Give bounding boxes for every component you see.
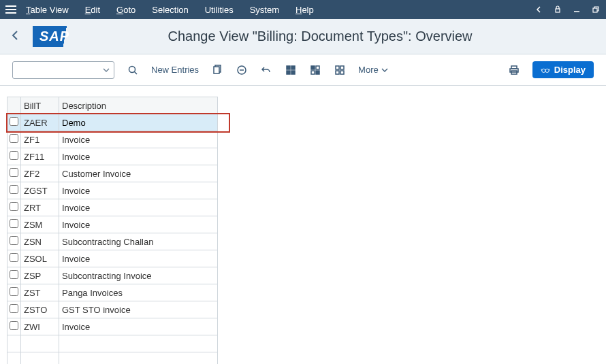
row-checkbox[interactable]	[10, 321, 18, 330]
command-field[interactable]	[12, 61, 114, 79]
row-select[interactable]	[7, 114, 21, 131]
deselect-all-icon[interactable]	[334, 64, 346, 76]
menu-table-view[interactable]: Table View	[26, 5, 69, 15]
description-input[interactable]	[62, 114, 214, 131]
row-checkbox[interactable]	[10, 202, 18, 211]
cell-billt[interactable]: ZF11	[21, 148, 59, 165]
menu-selection[interactable]: Selection	[152, 5, 188, 15]
undo-icon[interactable]	[260, 64, 272, 76]
svg-rect-15	[336, 71, 339, 74]
cell-description[interactable]	[59, 114, 218, 131]
row-checkbox[interactable]	[10, 253, 18, 262]
row-select[interactable]	[7, 335, 21, 352]
cell-billt[interactable]	[21, 352, 59, 365]
col-billt[interactable]: BillT	[21, 97, 59, 114]
table-row: ZSNSubcontracting Challan	[7, 233, 218, 250]
col-select[interactable]	[7, 97, 21, 114]
row-select[interactable]	[7, 233, 21, 250]
display-button[interactable]: Display	[532, 61, 594, 78]
row-checkbox[interactable]	[10, 168, 18, 177]
row-checkbox[interactable]	[10, 117, 18, 126]
cell-description[interactable]	[59, 335, 218, 352]
table-row: ZWIInvoice	[7, 318, 218, 335]
cell-billt[interactable]: ZAER	[21, 114, 59, 131]
cell-billt[interactable]: ZRT	[21, 199, 59, 216]
table-row: ZSOLInvoice	[7, 250, 218, 267]
cell-billt[interactable]: ZSM	[21, 216, 59, 233]
cell-billt[interactable]: ZSP	[21, 267, 59, 284]
cell-billt[interactable]: ZSTO	[21, 301, 59, 318]
row-checkbox[interactable]	[10, 236, 18, 245]
table-row: ZGSTInvoice	[7, 182, 218, 199]
menu-help[interactable]: Help	[296, 5, 314, 15]
row-select[interactable]	[7, 267, 21, 284]
cell-description[interactable]: Invoice	[59, 182, 218, 199]
print-icon[interactable]	[508, 64, 520, 76]
row-select[interactable]	[7, 216, 21, 233]
billing-table-wrap: BillT Description ZAERZF1InvoiceZF11Invo…	[7, 97, 218, 364]
cell-description[interactable]: Panga Invoices	[59, 284, 218, 301]
row-checkbox[interactable]	[10, 151, 18, 160]
row-select[interactable]	[7, 250, 21, 267]
cell-description[interactable]: Subcontracting Challan	[59, 233, 218, 250]
svg-rect-13	[336, 66, 339, 69]
col-desc[interactable]: Description	[59, 97, 218, 114]
cell-description[interactable]: Invoice	[59, 131, 218, 148]
billing-table: BillT Description ZAERZF1InvoiceZF11Invo…	[7, 97, 218, 364]
row-checkbox[interactable]	[10, 270, 18, 279]
cell-billt[interactable]: ZF1	[21, 131, 59, 148]
cell-description[interactable]: Invoice	[59, 148, 218, 165]
row-select[interactable]	[7, 182, 21, 199]
row-select[interactable]	[7, 131, 21, 148]
find-icon[interactable]	[127, 64, 139, 76]
cell-description[interactable]: GST STO invoice	[59, 301, 218, 318]
row-checkbox[interactable]	[10, 219, 18, 228]
row-checkbox[interactable]	[10, 287, 18, 296]
cell-billt[interactable]: ZST	[21, 284, 59, 301]
row-select[interactable]	[7, 148, 21, 165]
chevron-left-icon[interactable]	[534, 5, 543, 14]
cell-billt[interactable]: ZWI	[21, 318, 59, 335]
cell-description[interactable]: Invoice	[59, 216, 218, 233]
delete-icon[interactable]	[236, 64, 248, 76]
cell-description[interactable]: Invoice	[59, 250, 218, 267]
more-menu[interactable]: More	[358, 65, 388, 75]
row-select[interactable]	[7, 199, 21, 216]
row-checkbox[interactable]	[10, 185, 18, 194]
row-select[interactable]	[7, 352, 21, 365]
menu-goto[interactable]: Goto	[116, 5, 135, 15]
row-select[interactable]	[7, 301, 21, 318]
menu-system[interactable]: System	[250, 5, 279, 15]
glasses-icon	[541, 65, 550, 75]
cell-billt[interactable]: ZSN	[21, 233, 59, 250]
select-block-icon[interactable]	[309, 64, 321, 76]
cell-description[interactable]: Subcontracting Invoice	[59, 267, 218, 284]
menu-edit[interactable]: Edit	[85, 5, 100, 15]
cell-billt[interactable]: ZGST	[21, 182, 59, 199]
cell-billt[interactable]: ZSOL	[21, 250, 59, 267]
row-checkbox[interactable]	[10, 134, 18, 143]
minimize-icon[interactable]	[572, 5, 581, 14]
copy-as-icon[interactable]	[211, 64, 223, 76]
titlebar: SAP Change View "Billing: Document Types…	[0, 19, 606, 54]
cell-description[interactable]: Customer Invoice	[59, 165, 218, 182]
new-entries-button[interactable]: New Entries	[151, 65, 199, 75]
row-select[interactable]	[7, 165, 21, 182]
cell-billt[interactable]	[21, 335, 59, 352]
chevron-down-icon	[103, 67, 110, 73]
cell-description[interactable]	[59, 352, 218, 365]
lock-icon[interactable]	[553, 5, 562, 14]
cell-description[interactable]: Invoice	[59, 318, 218, 335]
menu-utilities[interactable]: Utilities	[205, 5, 234, 15]
row-select[interactable]	[7, 284, 21, 301]
cell-billt[interactable]: ZF2	[21, 165, 59, 182]
row-select[interactable]	[7, 318, 21, 335]
select-all-icon[interactable]	[285, 64, 297, 76]
cell-description[interactable]: Invoice	[59, 199, 218, 216]
svg-rect-11	[311, 71, 315, 74]
back-button[interactable]	[10, 30, 20, 43]
svg-rect-12	[316, 71, 319, 74]
restore-icon[interactable]	[591, 5, 601, 14]
hamburger-menu-icon[interactable]	[5, 5, 16, 14]
row-checkbox[interactable]	[10, 304, 18, 313]
